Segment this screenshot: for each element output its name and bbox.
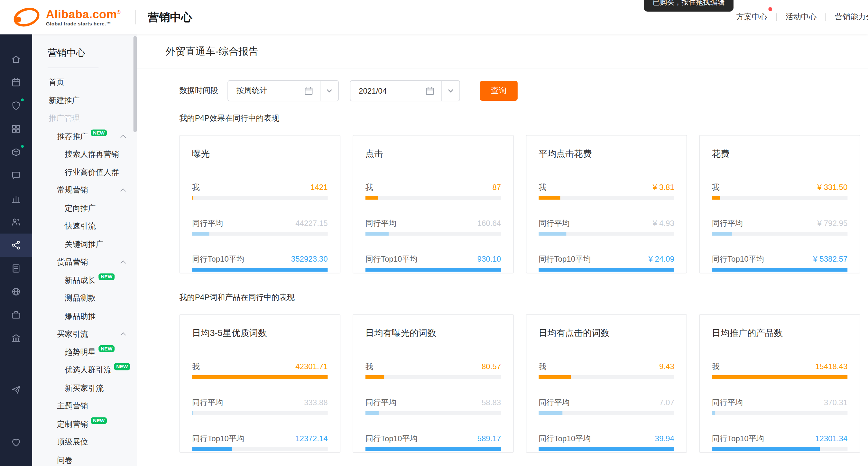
sidebar-item-定制营销[interactable]: 定制营销NEW xyxy=(32,415,137,434)
metric-label: 我 xyxy=(366,362,373,371)
globe-icon[interactable] xyxy=(0,280,32,303)
bar-chart-icon[interactable] xyxy=(0,187,32,210)
metric-label: 同行平均 xyxy=(538,398,569,407)
metric-bar-fill xyxy=(712,232,732,236)
metric-line: 同行Top10平均352923.30 xyxy=(192,254,328,264)
metric-label: 同行Top10平均 xyxy=(538,254,591,264)
metric-label: 同行Top10平均 xyxy=(366,434,417,443)
metric-bar-fill xyxy=(192,232,209,236)
metric-label: 同行平均 xyxy=(712,398,743,407)
chevron-down-icon[interactable] xyxy=(441,81,459,101)
home-icon[interactable] xyxy=(0,48,32,71)
sidebar-item-常规营销[interactable]: 常规营销 xyxy=(32,182,137,199)
users-icon[interactable] xyxy=(0,210,32,233)
sidebar-section-label: 推广管理 xyxy=(32,110,137,128)
metric-card: 日均有点击的词数我9.43同行平均7.07同行Top10平均39.94 xyxy=(526,314,687,453)
metric-line: 同行Top10平均12372.14 xyxy=(192,434,328,443)
sidebar-item-搜索人群再营销[interactable]: 搜索人群再营销 xyxy=(32,146,137,163)
sidebar-item-label: 定向推广 xyxy=(65,204,96,213)
metric-row: 我15418.43 xyxy=(712,362,848,379)
metric-row: 同行Top10平均12372.14 xyxy=(192,434,328,451)
brand-name: Alibaba.com® xyxy=(46,8,121,20)
sidebar-item-主题营销[interactable]: 主题营销 xyxy=(32,398,137,415)
metric-bar-track xyxy=(538,196,674,200)
package-icon[interactable] xyxy=(0,141,32,164)
app-title: 营销中心 xyxy=(148,10,192,25)
nav-activity-center[interactable]: 活动中心 xyxy=(777,0,825,34)
metric-value: 370.31 xyxy=(824,398,848,407)
sidebar-item-买家引流[interactable]: 买家引流 xyxy=(32,325,137,343)
nav-plan-center[interactable]: 方案中心 xyxy=(727,0,776,34)
calendar-icon[interactable] xyxy=(0,71,32,94)
sidebar-item-label: 搜索人群再营销 xyxy=(65,150,119,160)
metric-row: 同行平均58.83 xyxy=(366,398,501,415)
sidebar-item-定向推广[interactable]: 定向推广 xyxy=(32,199,137,218)
sidebar-item-测品测款[interactable]: 测品测款 xyxy=(32,289,137,307)
chevron-up-icon[interactable] xyxy=(120,189,126,194)
app-root: 已购买，按住拖拽编辑 Alibaba.com® Global trade sta… xyxy=(0,0,868,466)
month-select-value-area[interactable]: 2021/04 xyxy=(350,81,441,101)
heart-icon[interactable] xyxy=(0,431,32,455)
briefcase-icon[interactable] xyxy=(0,303,32,326)
shield-icon[interactable] xyxy=(0,94,32,117)
new-badge: NEW xyxy=(98,273,115,280)
sidebar-item-label: 趋势明星 xyxy=(65,348,96,358)
calendar-icon xyxy=(304,86,313,95)
metric-row: 同行平均370.31 xyxy=(712,398,848,415)
query-button[interactable]: 查询 xyxy=(480,81,518,101)
sidebar-scrollbar-thumb[interactable] xyxy=(133,36,137,132)
card-title: 日均3-5星优质词数 xyxy=(192,327,328,339)
document-icon[interactable] xyxy=(0,257,32,280)
send-icon[interactable] xyxy=(0,378,32,401)
sidebar-item-新品成长[interactable]: 新品成长NEW xyxy=(32,272,137,290)
metric-label: 我 xyxy=(712,362,720,371)
chat-icon[interactable] xyxy=(0,164,32,187)
sidebar-item-首页[interactable]: 首页 xyxy=(32,74,137,92)
sidebar-item-快速引流[interactable]: 快速引流 xyxy=(32,218,137,236)
chevron-up-icon[interactable] xyxy=(120,261,126,266)
month-select[interactable]: 2021/04 xyxy=(350,80,460,101)
metric-line: 同行平均160.64 xyxy=(366,218,501,228)
sidebar-item-label: 货品营销 xyxy=(57,257,88,268)
sidebar-item-问卷[interactable]: 问卷 xyxy=(32,451,137,466)
sidebar-item-新建推广[interactable]: 新建推广 xyxy=(32,92,137,110)
metric-line: 我1421 xyxy=(192,182,328,192)
metric-bar-fill xyxy=(192,375,328,379)
period-select-value-area[interactable]: 按周统计 xyxy=(228,81,320,101)
chevron-up-icon[interactable] xyxy=(120,134,126,140)
sidebar-item-关键词推广[interactable]: 关键词推广 xyxy=(32,236,137,254)
sidebar-item-行业高价值人群[interactable]: 行业高价值人群 xyxy=(32,163,137,182)
new-badge: NEW xyxy=(91,417,107,424)
sidebar-item-顶级展位[interactable]: 顶级展位 xyxy=(32,434,137,452)
metric-value: 87 xyxy=(492,182,501,192)
metric-row: 我42301.71 xyxy=(192,362,328,379)
sidebar-item-label: 定制营销 xyxy=(57,420,88,429)
app-header: Alibaba.com® Global trade starts here.™ … xyxy=(0,0,868,34)
metric-value: 39.94 xyxy=(655,434,674,443)
nav-marketing-ability[interactable]: 营销能力分 xyxy=(826,0,868,34)
share-icon[interactable] xyxy=(0,234,32,257)
metric-line: 我9.43 xyxy=(538,362,674,371)
cards-row: 曝光我1421同行平均44227.15同行Top10平均352923.30点击我… xyxy=(180,135,861,274)
section-p4p-words-products: 我的P4P词和产品在同行中的表现 日均3-5星优质词数我42301.71同行平均… xyxy=(180,293,861,453)
metric-line: 同行Top10平均589.17 xyxy=(366,434,501,443)
metric-bar-track xyxy=(712,196,848,200)
bank-icon[interactable] xyxy=(0,327,32,350)
sidebar-item-趋势明星[interactable]: 趋势明星NEW xyxy=(32,343,137,362)
sidebar-menu: 首页新建推广推广管理推荐推广NEW搜索人群再营销行业高价值人群常规营销定向推广快… xyxy=(32,74,137,466)
metric-bar-track xyxy=(366,232,501,236)
sidebar-item-推荐推广[interactable]: 推荐推广NEW xyxy=(32,127,137,146)
metric-line: 我42301.71 xyxy=(192,362,328,371)
sidebar-item-货品营销[interactable]: 货品营销 xyxy=(32,254,137,272)
chevron-up-icon[interactable] xyxy=(120,333,126,338)
chevron-down-icon[interactable] xyxy=(320,81,338,101)
grid-icon[interactable] xyxy=(0,118,32,141)
metric-bar-track xyxy=(538,411,674,415)
alibaba-logo[interactable]: Alibaba.com® Global trade starts here.™ xyxy=(12,6,121,28)
metric-line: 我87 xyxy=(366,182,501,192)
period-select[interactable]: 按周统计 xyxy=(227,80,339,101)
sidebar-item-爆品助推[interactable]: 爆品助推 xyxy=(32,307,137,325)
sidebar-item-优选人群引流[interactable]: 优选人群引流NEW xyxy=(32,362,137,379)
sidebar-item-新买家引流[interactable]: 新买家引流 xyxy=(32,379,137,398)
sidebar-title: 营销中心 xyxy=(48,46,137,59)
